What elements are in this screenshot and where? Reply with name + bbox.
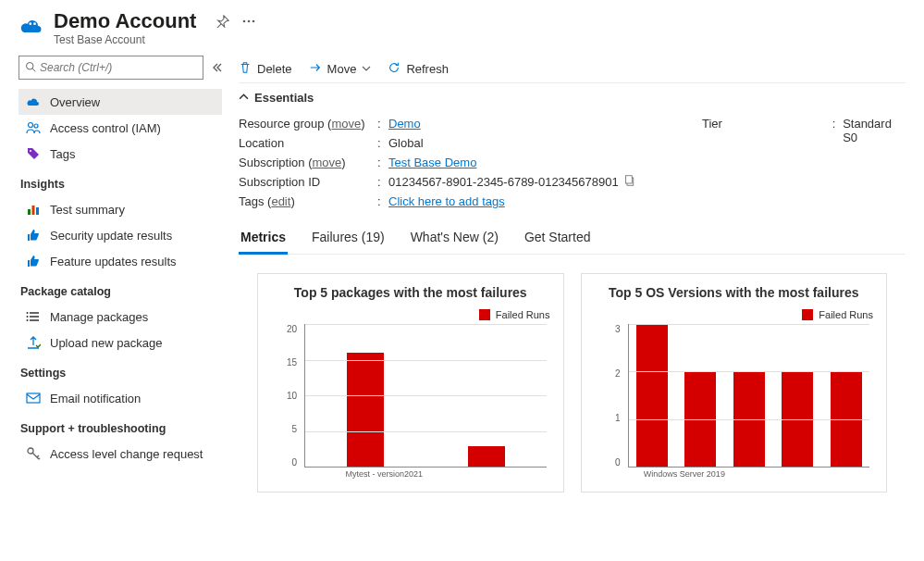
sidebar-item-security-update-results[interactable]: Security update results xyxy=(18,222,222,248)
essentials-label: Subscription ID xyxy=(239,175,377,189)
sidebar-item-upload-new-package[interactable]: Upload new package xyxy=(18,330,222,355)
tab-what-s-new-2-[interactable]: What's New (2) xyxy=(409,224,500,254)
legend-label: Failed Runs xyxy=(819,309,873,320)
sidebar-item-overview[interactable]: Overview xyxy=(18,89,222,115)
essentials-row: Subscription (move):Test Base Demo xyxy=(239,153,674,172)
x-axis-labels: Windows Server 2019 xyxy=(628,469,870,486)
arrow-right-icon xyxy=(309,61,322,77)
legend-label: Failed Runs xyxy=(496,309,550,320)
sidebar-section-header: Settings xyxy=(18,355,222,385)
delete-label: Delete xyxy=(257,62,292,76)
essentials-value: Test Base Demo xyxy=(388,156,476,169)
sidebar-section-header: Package catalog xyxy=(18,274,222,304)
svg-rect-16 xyxy=(27,393,40,403)
svg-point-1 xyxy=(33,22,36,25)
essentials-row: Location:Global xyxy=(239,133,674,153)
essentials-row: Subscription ID:01234567-8901-2345-6789-… xyxy=(239,172,674,192)
page-subtitle: Test Base Account xyxy=(54,33,196,46)
svg-rect-12 xyxy=(36,207,39,215)
refresh-label: Refresh xyxy=(406,62,449,76)
chart-plot-area: 3210Windows Server 2019 xyxy=(595,324,874,486)
sidebar-item-label: Tags xyxy=(50,147,75,161)
more-icon[interactable] xyxy=(242,19,255,23)
collapse-sidebar-icon[interactable] xyxy=(211,62,222,73)
move-button[interactable]: Move xyxy=(309,61,372,77)
svg-point-4 xyxy=(253,20,255,23)
sidebar-item-label: Email notification xyxy=(50,392,141,405)
upload-icon xyxy=(26,335,41,350)
chevron-down-icon xyxy=(362,62,371,76)
essentials-value-link[interactable]: Click here to add tags xyxy=(388,194,505,208)
sidebar-item-access-level-change-request[interactable]: Access level change request xyxy=(18,441,222,467)
svg-point-15 xyxy=(27,319,29,321)
sidebar-item-email-notification[interactable]: Email notification xyxy=(18,385,222,411)
essentials-value: 01234567-8901-2345-6789-012345678901 xyxy=(388,175,635,189)
essentials-value-link[interactable]: Demo xyxy=(388,117,421,131)
chevron-up-icon xyxy=(239,91,249,105)
essentials-label: Resource group (move) xyxy=(239,117,377,131)
svg-line-6 xyxy=(32,69,35,71)
chart-legend: Failed Runs xyxy=(271,309,550,320)
svg-point-14 xyxy=(27,316,29,318)
essentials-move-link[interactable]: move xyxy=(312,156,341,169)
svg-rect-11 xyxy=(32,206,35,215)
bar xyxy=(831,372,862,468)
bar xyxy=(733,372,765,468)
bars-icon xyxy=(26,202,41,217)
essentials-value: Click here to add tags xyxy=(388,194,505,208)
refresh-icon xyxy=(388,61,400,77)
sidebar-item-manage-packages[interactable]: Manage packages xyxy=(18,304,222,330)
thumb-blue-icon xyxy=(26,228,41,243)
resource-icon xyxy=(18,13,44,39)
mail-icon xyxy=(26,391,41,405)
chart-title: Top 5 packages with the most failures xyxy=(271,285,550,300)
copy-icon[interactable] xyxy=(624,175,635,189)
svg-rect-19 xyxy=(625,176,632,183)
sidebar-item-label: Feature updates results xyxy=(50,255,177,268)
essentials-value: Demo xyxy=(388,117,421,131)
sidebar-item-tags[interactable]: Tags xyxy=(18,141,222,167)
tab-get-started[interactable]: Get Started xyxy=(523,224,593,254)
sidebar-section-header: Insights xyxy=(18,167,222,196)
chart-plot-area: 20151050Mytest - version2021 xyxy=(271,324,550,486)
essentials-label: Subscription (move) xyxy=(239,156,377,169)
essentials-value-link[interactable]: Test Base Demo xyxy=(388,156,476,169)
delete-button[interactable]: Delete xyxy=(239,61,292,77)
svg-point-0 xyxy=(29,22,31,25)
svg-point-8 xyxy=(34,124,38,128)
search-input[interactable] xyxy=(40,61,197,74)
sidebar-item-access-control-iam-[interactable]: Access control (IAM) xyxy=(18,115,222,141)
sidebar-item-label: Manage packages xyxy=(50,310,148,324)
y-axis-ticks: 20151050 xyxy=(271,324,301,468)
search-input-wrap[interactable] xyxy=(18,56,203,80)
sidebar-item-feature-updates-results[interactable]: Feature updates results xyxy=(18,248,222,274)
plot xyxy=(628,324,870,468)
y-axis-ticks: 3210 xyxy=(595,324,624,468)
pin-icon[interactable] xyxy=(216,15,229,28)
move-label: Move xyxy=(327,62,357,76)
svg-rect-10 xyxy=(28,209,31,215)
sidebar-item-label: Access level change request xyxy=(50,447,203,461)
svg-point-9 xyxy=(30,150,31,152)
trash-icon xyxy=(239,61,252,77)
chart-card-os: Top 5 OS Versions with the most failures… xyxy=(581,273,888,492)
essentials-row: Tier:Standard S0 xyxy=(702,114,906,147)
people-icon xyxy=(26,120,41,135)
essentials-toggle[interactable]: Essentials xyxy=(239,91,906,105)
refresh-button[interactable]: Refresh xyxy=(388,61,449,77)
chart-card-packages: Top 5 packages with the most failures Fa… xyxy=(257,273,564,492)
essentials-edit-link[interactable]: edit xyxy=(271,194,290,208)
tab-metrics[interactable]: Metrics xyxy=(239,224,288,255)
sidebar-item-label: Security update results xyxy=(50,229,172,243)
sidebar-item-label: Upload new package xyxy=(50,336,162,350)
bar xyxy=(347,353,384,468)
essentials-row: Resource group (move):Demo xyxy=(239,114,674,133)
essentials-label: Tier xyxy=(702,117,832,144)
chart-legend: Failed Runs xyxy=(595,309,874,320)
list-icon xyxy=(26,309,41,324)
plot xyxy=(304,324,547,468)
essentials-move-link[interactable]: move xyxy=(331,117,361,131)
tab-failures-19-[interactable]: Failures (19) xyxy=(310,224,387,254)
search-icon xyxy=(25,61,36,75)
sidebar-item-test-summary[interactable]: Test summary xyxy=(18,196,222,222)
